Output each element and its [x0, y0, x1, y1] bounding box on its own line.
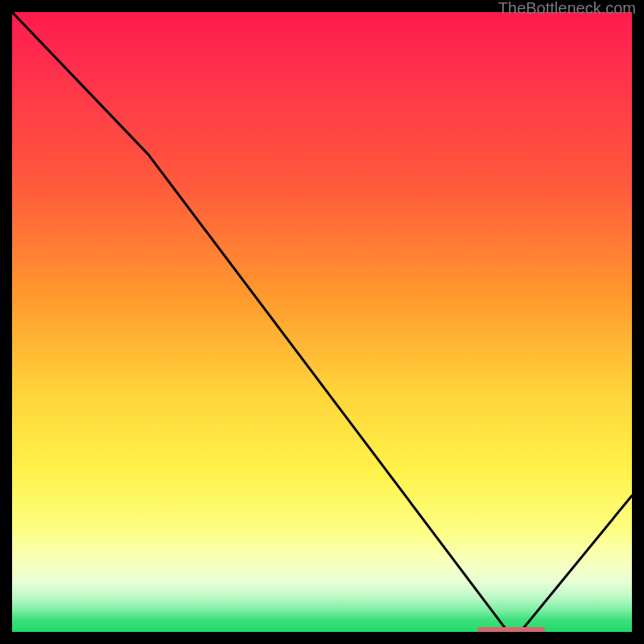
chart-frame: [12, 12, 632, 632]
watermark: TheBottleneck.com: [498, 0, 636, 18]
optimal-marker: [477, 627, 546, 632]
bottleneck-curve: [12, 12, 632, 632]
plot-area: [12, 12, 632, 632]
